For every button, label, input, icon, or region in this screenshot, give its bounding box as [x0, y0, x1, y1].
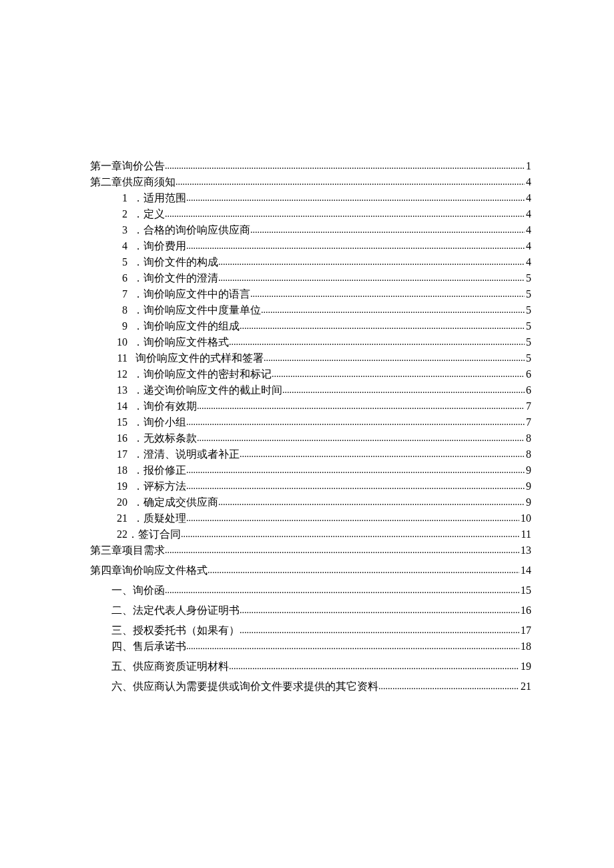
toc-entry-label: 13．递交询价响应文件的截止时间 [111, 382, 282, 398]
toc-entry-page: 10 [519, 510, 531, 526]
toc-entry-page: 8 [525, 446, 531, 462]
toc-leader-dots [176, 175, 525, 189]
toc-entry: 4．询价费用4 [90, 238, 531, 254]
toc-entry: 22．签订合同11 [90, 526, 531, 542]
toc-leader-dots [165, 583, 519, 597]
toc-entry: 2．定义4 [90, 206, 531, 222]
toc-entry-label: 21．质疑处理 [111, 510, 186, 526]
toc-entry: 13．递交询价响应文件的截止时间6 [90, 382, 531, 398]
toc-entry-page: 11 [520, 526, 531, 542]
toc-entry: 7．询价响应文件中的语言5 [90, 286, 531, 302]
toc-leader-dots [250, 223, 525, 237]
toc-entry: 5．询价文件的构成4 [90, 254, 531, 270]
toc-entry-number: 6 [111, 270, 127, 286]
toc-entry-page: 1 [525, 158, 531, 174]
toc-entry: 三、授权委托书（如果有）17 [90, 622, 531, 638]
toc-leader-dots [218, 495, 525, 509]
toc-leader-dots [208, 563, 519, 577]
toc-entry: 19．评标方法9 [90, 478, 531, 494]
toc-entry-page: 4 [525, 174, 531, 190]
toc-entry-label: 17．澄清、说明或者补正 [111, 446, 240, 462]
toc-entry-label: 6．询价文件的澄清 [111, 270, 218, 286]
toc-entry-number: 21 [111, 510, 127, 526]
toc-leader-dots [282, 383, 525, 397]
toc-entry-page: 7 [525, 414, 531, 430]
toc-entry-page: 8 [525, 430, 531, 446]
toc-entry: 第二章供应商须知4 [90, 174, 531, 190]
toc-entry-label: 第一章询价公告 [90, 158, 165, 174]
toc-leader-dots [197, 431, 525, 445]
toc-entry: 20．确定成交供应商9 [90, 494, 531, 510]
toc-entry-label: 16．无效标条款 [111, 430, 197, 446]
toc-leader-dots [165, 207, 525, 221]
toc-entry-number: 10 [111, 334, 127, 350]
toc-entry: 3．合格的询价响应供应商4 [90, 222, 531, 238]
toc-leader-dots [240, 603, 519, 617]
toc-entry-label: 22．签订合同 [111, 526, 181, 542]
toc-entry-number: 9 [111, 318, 127, 334]
toc-entry-number: 18 [111, 462, 127, 478]
toc-entry: 21．质疑处理10 [90, 510, 531, 526]
toc-entry-page: 17 [519, 622, 531, 638]
toc-leader-dots [186, 415, 525, 429]
toc-entry-label: 1．适用范围 [111, 190, 186, 206]
toc-entry: 第四章询价响应文件格式14 [90, 562, 531, 578]
toc-entry-number: 15 [111, 414, 127, 430]
toc-entry: 8．询价响应文件中度量单位5 [90, 302, 531, 318]
toc-entry-label: 四、售后承诺书 [111, 638, 186, 655]
toc-entry-number: 3 [111, 222, 127, 238]
toc-entry-label: 15．询价小组 [111, 414, 186, 430]
toc-leader-dots [186, 479, 525, 493]
toc-entry: 14．询价有效期7 [90, 398, 531, 414]
toc-entry-label: 9．询价响应文件的组成 [111, 318, 240, 334]
toc-entry-label: 18．报价修正 [111, 462, 186, 478]
toc-entry-label: 3．合格的询价响应供应商 [111, 222, 250, 238]
toc-entry-page: 7 [525, 398, 531, 414]
toc-leader-dots [240, 447, 525, 461]
toc-entry-number: 13 [111, 382, 127, 398]
toc-entry: 第三章项目需求13 [90, 542, 531, 558]
toc-entry-page: 4 [525, 222, 531, 238]
toc-entry-page: 5 [525, 334, 531, 350]
toc-leader-dots [186, 463, 525, 477]
toc-entry-page: 19 [519, 659, 531, 675]
toc-leader-dots [165, 543, 519, 557]
toc-entry: 第一章询价公告1 [90, 158, 531, 174]
toc-leader-dots [165, 159, 525, 173]
toc-entry: 15．询价小组7 [90, 414, 531, 430]
toc-entry-label: 8．询价响应文件中度量单位 [111, 302, 261, 318]
toc-leader-dots [229, 335, 525, 349]
toc-leader-dots [272, 367, 525, 381]
toc-entry-page: 4 [525, 190, 531, 206]
toc-entry-number: 17 [111, 446, 127, 462]
toc-entry: 五、供应商资质证明材料19 [90, 659, 531, 675]
toc-entry-label: 4．询价费用 [111, 238, 186, 254]
toc-entry-number: 7 [111, 286, 127, 302]
table-of-contents: 第一章询价公告1第二章供应商须知41．适用范围42．定义43．合格的询价响应供应… [90, 158, 531, 695]
toc-leader-dots [229, 659, 519, 673]
toc-entry-page: 6 [525, 382, 531, 398]
toc-entry-page: 4 [525, 206, 531, 222]
toc-entry-page: 9 [525, 494, 531, 510]
toc-entry-number: 19 [111, 478, 127, 494]
toc-entry: 1．适用范围4 [90, 190, 531, 206]
toc-entry-label: 五、供应商资质证明材料 [111, 659, 229, 675]
toc-entry-label: 三、授权委托书（如果有） [111, 622, 240, 638]
toc-entry-label: 12．询价响应文件的密封和标记 [111, 366, 272, 382]
toc-entry: 四、售后承诺书18 [90, 638, 531, 655]
toc-entry-number: 11 [111, 350, 127, 366]
toc-entry-label: 2．定义 [111, 206, 165, 222]
toc-entry: 10．询价响应文件格式5 [90, 334, 531, 350]
toc-entry: 18．报价修正9 [90, 462, 531, 478]
toc-leader-dots [240, 623, 519, 637]
toc-leader-dots [186, 639, 519, 653]
toc-entry-page: 5 [525, 270, 531, 286]
toc-entry-label: 20．确定成交供应商 [111, 494, 218, 510]
toc-entry: 六、供应商认为需要提供或询价文件要求提供的其它资料21 [90, 679, 531, 695]
toc-entry-label: 二、法定代表人身份证明书 [111, 602, 240, 618]
toc-leader-dots [186, 511, 519, 525]
toc-entry-page: 4 [525, 238, 531, 254]
toc-entry-number: 12 [111, 366, 127, 382]
toc-leader-dots [250, 287, 525, 301]
toc-entry-label: 5．询价文件的构成 [111, 254, 218, 270]
